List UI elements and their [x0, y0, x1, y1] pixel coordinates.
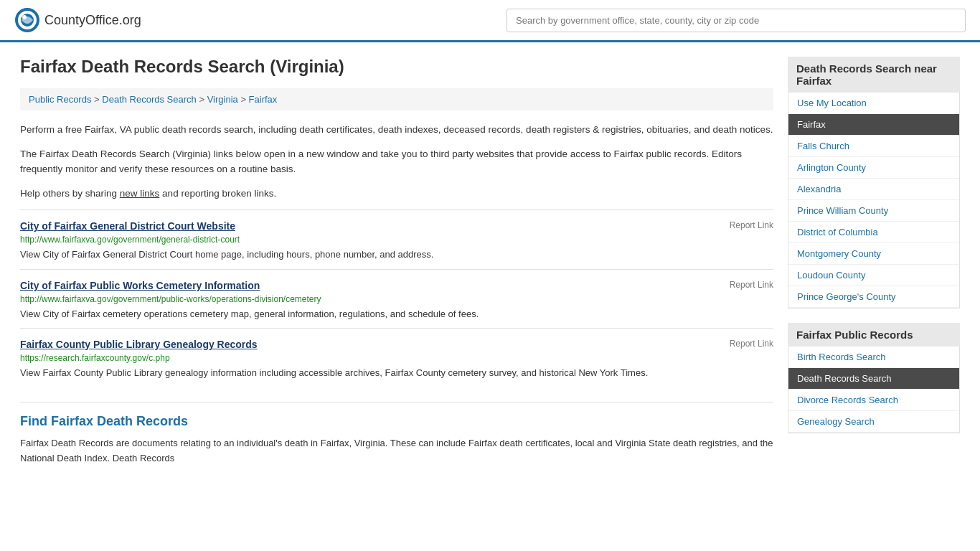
link-desc: View City of Fairfax General District Co…: [20, 248, 773, 262]
sidebar-near-item[interactable]: Prince William County: [788, 200, 959, 222]
sidebar-public-records-title: Fairfax Public Records: [788, 323, 960, 347]
sidebar-near-item[interactable]: Montgomery County: [788, 243, 959, 265]
sidebar-public-records-item[interactable]: Genealogy Search: [788, 411, 959, 433]
sidebar-public-records-item[interactable]: Birth Records Search: [788, 347, 959, 368]
links-container: City of Fairfax General District Court W…: [20, 209, 773, 387]
link-desc: View City of Fairfax cemetery operations…: [20, 307, 773, 321]
breadcrumb-virginia[interactable]: Virginia: [207, 94, 238, 105]
sidebar-public-records-section: Fairfax Public Records Birth Records Sea…: [788, 323, 960, 433]
sidebar-near-section: Death Records Search near Fairfax Use My…: [788, 57, 960, 309]
report-link[interactable]: Report Link: [730, 220, 773, 230]
sidebar-near-item[interactable]: Use My Location: [788, 93, 959, 114]
sidebar-near-item[interactable]: District of Columbia: [788, 222, 959, 243]
find-records-section: Find Fairfax Death Records Fairfax Death…: [20, 402, 773, 466]
description-3: Help others by sharing new links and rep…: [20, 186, 773, 202]
breadcrumb-death-records-search[interactable]: Death Records Search: [102, 94, 197, 105]
search-bar: [507, 9, 966, 32]
sidebar-near-list: Use My LocationFairfaxFalls ChurchArling…: [788, 93, 960, 309]
description-1: Perform a free Fairfax, VA public death …: [20, 122, 773, 138]
report-link[interactable]: Report Link: [730, 339, 773, 349]
sidebar-near-title: Death Records Search near Fairfax: [788, 57, 960, 93]
link-title[interactable]: City of Fairfax General District Court W…: [20, 220, 235, 232]
link-url: http://www.fairfaxva.gov/government/gene…: [20, 235, 773, 245]
search-input[interactable]: [507, 9, 966, 32]
link-title[interactable]: Fairfax County Public Library Genealogy …: [20, 339, 258, 350]
logo-link[interactable]: CountyOffice.org: [14, 7, 141, 33]
main-container: Fairfax Death Records Search (Virginia) …: [6, 42, 974, 480]
find-records-desc: Fairfax Death Records are documents rela…: [20, 436, 773, 466]
sidebar-near-item[interactable]: Arlington County: [788, 157, 959, 179]
breadcrumb: Public Records > Death Records Search > …: [20, 88, 773, 110]
link-item: City of Fairfax Public Works Cemetery In…: [20, 269, 773, 329]
page-title: Fairfax Death Records Search (Virginia): [20, 57, 773, 77]
find-records-title: Find Fairfax Death Records: [20, 414, 773, 429]
sidebar-near-item[interactable]: Falls Church: [788, 136, 959, 157]
sidebar-near-item[interactable]: Loudoun County: [788, 265, 959, 286]
link-url: http://www.fairfaxva.gov/government/publ…: [20, 294, 773, 304]
link-url: https://research.fairfaxcounty.gov/c.php: [20, 353, 773, 363]
sidebar-public-records-item[interactable]: Death Records Search: [788, 368, 959, 390]
sidebar-public-records-item[interactable]: Divorce Records Search: [788, 390, 959, 411]
sidebar-near-item[interactable]: Alexandria: [788, 179, 959, 200]
description-2: The Fairfax Death Records Search (Virgin…: [20, 146, 773, 177]
logo-icon: [14, 7, 40, 33]
link-title[interactable]: City of Fairfax Public Works Cemetery In…: [20, 280, 260, 291]
header: CountyOffice.org: [0, 0, 980, 42]
sidebar-public-records-list: Birth Records SearchDeath Records Search…: [788, 347, 960, 433]
breadcrumb-fairfax[interactable]: Fairfax: [249, 94, 278, 105]
link-desc: View Fairfax County Public Library genea…: [20, 366, 773, 380]
svg-point-3: [22, 15, 27, 19]
sidebar-near-item[interactable]: Prince George's County: [788, 286, 959, 308]
breadcrumb-public-records[interactable]: Public Records: [29, 94, 91, 105]
content-area: Fairfax Death Records Search (Virginia) …: [20, 57, 773, 466]
sidebar-near-item[interactable]: Fairfax: [788, 114, 959, 136]
sidebar: Death Records Search near Fairfax Use My…: [788, 57, 960, 466]
new-links-link[interactable]: new links: [120, 188, 160, 199]
report-link[interactable]: Report Link: [730, 280, 773, 290]
logo-text: CountyOffice.org: [44, 13, 141, 28]
link-item: City of Fairfax General District Court W…: [20, 209, 773, 269]
link-item: Fairfax County Public Library Genealogy …: [20, 328, 773, 387]
